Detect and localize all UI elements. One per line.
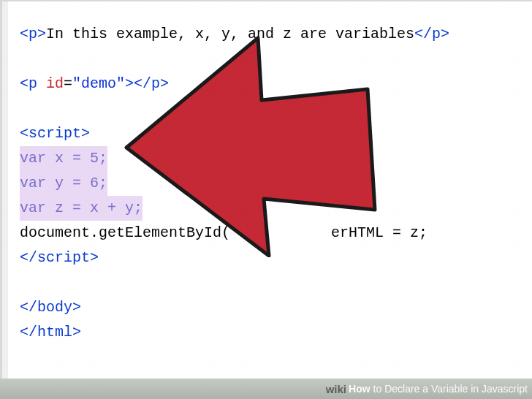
tag-html-close: </html> — [20, 324, 81, 341]
code-editor-frame: <p>In this example, x, y, and z are vari… — [0, 0, 532, 380]
tag-p-open: <p — [20, 75, 37, 92]
code-line: document.getElementById(erHTML = z; — [20, 221, 532, 246]
code-line: </html> — [20, 320, 532, 345]
tag-close-bracket: > — [125, 75, 134, 92]
code-line: <p id="demo"></p> — [20, 72, 532, 96]
wikihow-footer: wikiHow to Declare a Variable in Javascr… — [0, 379, 532, 399]
code-line-blank — [20, 270, 532, 295]
text-content: In this example, x, y, and z are variabl… — [46, 26, 414, 42]
code-line: </script> — [20, 246, 532, 270]
brand-wiki: wiki — [326, 383, 346, 395]
tag-script-open: <script> — [20, 125, 90, 142]
brand-how: How — [349, 383, 370, 395]
tag-p-open: <p> — [20, 26, 46, 42]
tag-script-close: </script> — [20, 249, 99, 266]
var-declaration-z: var z = x + y; — [20, 196, 142, 221]
code-line-blank — [20, 47, 532, 72]
equals: = — [64, 75, 72, 92]
tag-body-close: </body> — [20, 299, 81, 316]
code-line: var y = 6; — [20, 171, 532, 196]
code-content: <p>In this example, x, y, and z are vari… — [2, 1, 532, 345]
code-line: <script> — [20, 121, 532, 146]
article-title: to Declare a Variable in Javascript — [373, 383, 528, 395]
var-declaration-x: var x = 5; — [20, 146, 107, 171]
code-line-blank — [20, 96, 532, 121]
code-line: </body> — [20, 295, 532, 320]
js-statement-b: erHTML = z; — [331, 224, 428, 241]
var-declaration-y: var y = 6; — [20, 171, 107, 196]
js-statement-a: document.getElementById( — [20, 224, 230, 241]
attr-value-demo: "demo" — [72, 75, 125, 92]
code-line: <p>In this example, x, y, and z are vari… — [20, 22, 532, 47]
code-line: var x = 5; — [20, 146, 532, 171]
code-line: var z = x + y; — [20, 196, 532, 221]
tag-p-close: </p> — [414, 26, 449, 42]
attr-id: id — [37, 75, 64, 92]
tag-p-close: </p> — [134, 75, 169, 92]
